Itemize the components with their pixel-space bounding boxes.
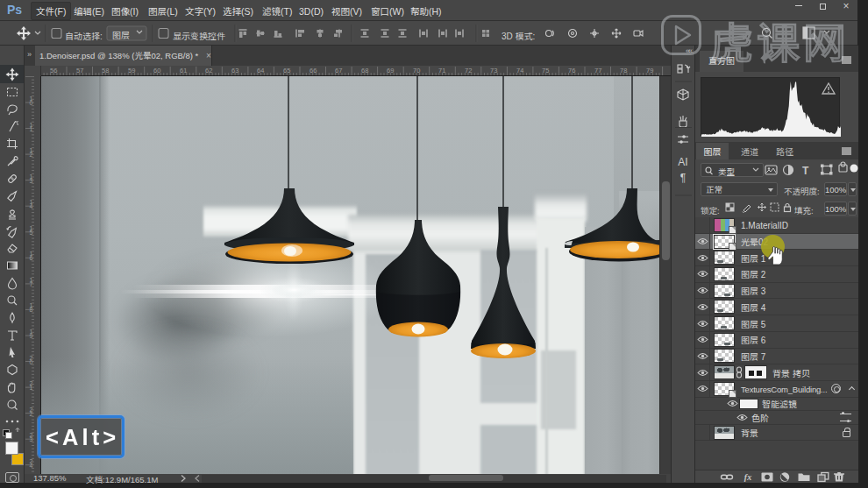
svg-text:fx: fx	[744, 472, 751, 482]
svg-text:T: T	[802, 165, 809, 177]
svg-text:¶: ¶	[680, 172, 686, 184]
svg-text:AI: AI	[678, 156, 687, 168]
